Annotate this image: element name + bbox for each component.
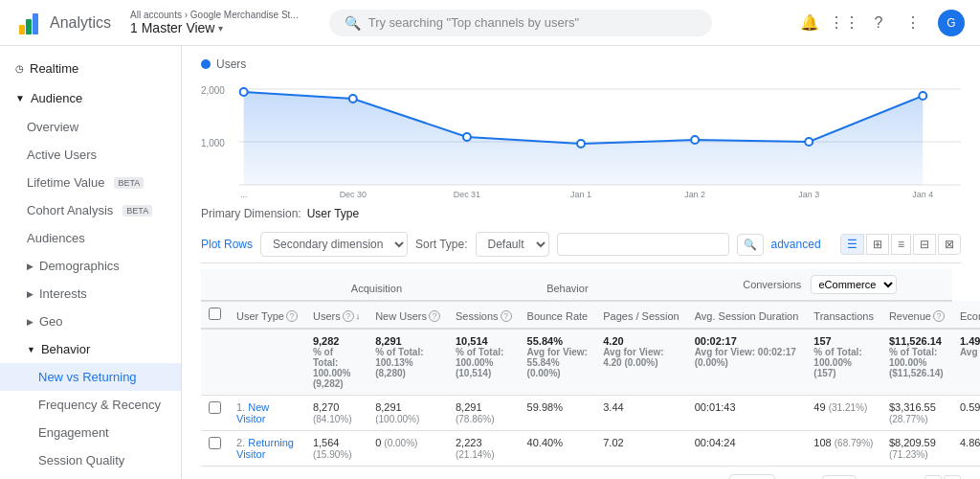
aggregate-new-users-value: 8,291 [375,335,440,347]
row1-avg-session: 00:01:43 [687,396,807,431]
account-selector[interactable]: All accounts › Google Merchandise St... … [130,10,299,35]
aggregate-pages-cell: 4.20 Avg for View: 4.20 (0.00%) [595,329,687,396]
row2-checkbox-input[interactable] [209,437,221,449]
next-page-button[interactable]: › [944,475,961,479]
row1-sessions: 8,291 (78.86%) [448,396,520,431]
lifetime-value-badge: BETA [114,177,144,189]
svg-point-13 [691,136,699,144]
view-table-button[interactable]: ☰ [840,234,864,255]
sidebar-item-overview[interactable]: Overview [0,113,181,141]
row1-revenue-pct: (28.77%) [889,414,928,424]
more-options-icon[interactable]: ⋮ [903,13,923,33]
aggregate-revenue-cell: $11,526.14 % of Total: 100.00% ($11,526.… [881,329,952,396]
account-view-selector[interactable]: 1 Master View ▾ [130,20,299,35]
row1-new-users-value: 8,291 [375,401,402,413]
new-users-help-icon[interactable]: ? [429,310,440,322]
users-sort-icon[interactable]: ↓ [356,311,361,321]
avg-session-col-header: Avg. Session Duration [687,301,807,329]
sessions-help-icon[interactable]: ? [501,310,512,322]
sidebar-item-audiences[interactable]: Audiences [0,224,181,252]
row2-revenue: $8,209.59 (71.23%) [881,431,952,467]
aggregate-pages-sub: Avg for View: 4.20 (0.00%) [603,347,679,368]
sidebar-item-demographics[interactable]: ▶ Demographics [0,252,181,280]
table-search-input[interactable] [557,233,729,256]
aggregate-users-pct: % of Total: 100.00% (9,282) [313,347,360,389]
revenue-col-header: Revenue ? [881,301,952,329]
row2-checkbox[interactable] [201,431,229,467]
sidebar-item-new-vs-returning[interactable]: New vs Returning [0,363,181,391]
realtime-icon: ◷ [15,63,24,74]
aggregate-users-cell: 9,282 % of Total: 100.00% (9,282) [305,329,368,396]
select-all-checkbox[interactable] [201,301,229,329]
aggregate-new-users-cell: 8,291 % of Total: 100.13% (8,280) [368,329,448,396]
row2-label: 2. Returning Visitor [229,431,305,467]
user-type-help-icon[interactable]: ? [286,310,298,322]
audience-label: Audience [31,91,82,105]
sidebar-item-geo[interactable]: ▶ Geo [0,308,181,335]
row2-link[interactable]: Returning Visitor [236,437,294,460]
view-comparison-button[interactable]: ≡ [891,234,911,255]
conversions-type-select[interactable]: eCommerce [811,275,897,294]
logo: Analytics [15,10,111,36]
row1-sessions-pct: (78.86%) [456,414,495,424]
primary-dimension-label: Primary Dimension: [201,207,301,220]
sidebar-item-active-users[interactable]: Active Users [0,141,181,169]
cohort-analysis-label: Cohort Analysis [27,203,113,217]
sort-type-select[interactable]: Default [476,232,549,257]
geo-expand-icon: ▶ [27,317,33,327]
advanced-link[interactable]: advanced [771,238,821,251]
data-table: Acquisition Behavior Conversions eCommer… [201,269,980,467]
aggregate-new-users-pct: % of Total: 100.13% (8,280) [375,347,440,378]
sidebar: ◷ Realtime ▼ Audience Overview Active Us… [0,46,182,479]
view-pivot-button[interactable]: ⊞ [866,234,889,255]
acquisition-group-header: Acquisition [305,269,448,301]
row2-sessions-pct: (21.14%) [456,449,495,460]
frequency-recency-label: Frequency & Recency [38,398,161,412]
sidebar-item-interests[interactable]: ▶ Interests [0,280,181,308]
aggregate-users-value: 9,282 [313,335,360,347]
row1-checkbox[interactable] [201,396,229,431]
sidebar-item-audience[interactable]: ▼ Audience [0,83,181,113]
svg-rect-2 [33,13,38,34]
svg-point-12 [577,140,585,148]
apps-icon[interactable]: ⋮⋮ [835,13,854,33]
revenue-help-icon[interactable]: ? [933,310,945,322]
search-bar[interactable]: 🔍 Try searching "Top channels by users" [329,10,712,36]
user-avatar[interactable]: G [938,10,965,36]
row2-new-users: 0 (0.00%) [368,431,448,467]
sidebar-item-frequency-recency[interactable]: Frequency & Recency [0,391,181,419]
select-all-input[interactable] [209,308,221,320]
sidebar-item-engagement[interactable]: Engagement [0,419,181,446]
svg-text:Jan 1: Jan 1 [570,190,591,199]
sidebar-item-session-quality[interactable]: Session Quality [0,446,181,474]
sidebar-item-realtime[interactable]: ◷ Realtime [0,54,181,83]
chart-container: 2,000 1,000 [201,75,961,199]
view-lifecycle-button[interactable]: ⊠ [938,234,961,255]
show-rows-select[interactable]: 10 25 50 [729,474,775,479]
secondary-dimension-select[interactable]: Secondary dimension [260,232,408,257]
prev-page-button[interactable]: ‹ [924,475,942,479]
aggregate-bounce-cell: 55.84% Avg for View: 55.84% (0.00%) [520,329,596,396]
table-search-button[interactable]: 🔍 [737,234,764,256]
sidebar-item-cohort-analysis[interactable]: Cohort Analysis BETA [0,196,181,224]
user-type-col-header: User Type ? [229,301,305,329]
row2-num: 2. [236,437,245,448]
interests-label: Interests [39,286,87,301]
row2-transactions-pct: (68.79%) [835,438,874,448]
sidebar-item-behavior-parent[interactable]: ▼ Behavior [0,335,181,363]
notifications-icon[interactable]: 🔔 [800,13,819,33]
view-performance-button[interactable]: ⊟ [913,234,936,255]
sidebar-item-conversion-probability[interactable]: Conversion Probability [0,474,181,479]
row1-checkbox-input[interactable] [209,401,221,414]
users-help-icon[interactable]: ? [343,310,354,322]
row2-new-users-pct: (0.00%) [384,438,417,448]
behavior-group-header: Behavior [448,269,687,301]
help-icon[interactable]: ? [869,13,888,33]
logo-text: Analytics [50,14,111,32]
top-bar: Analytics All accounts › Google Merchand… [0,0,980,46]
sidebar-item-lifetime-value[interactable]: Lifetime Value BETA [0,169,181,196]
goto-input[interactable] [822,475,857,479]
plot-rows-button[interactable]: Plot Rows [201,238,253,251]
view-icons: ☰ ⊞ ≡ ⊟ ⊠ [840,234,961,255]
aggregate-sessions-pct: % of Total: 100.00% (10,514) [456,347,512,378]
